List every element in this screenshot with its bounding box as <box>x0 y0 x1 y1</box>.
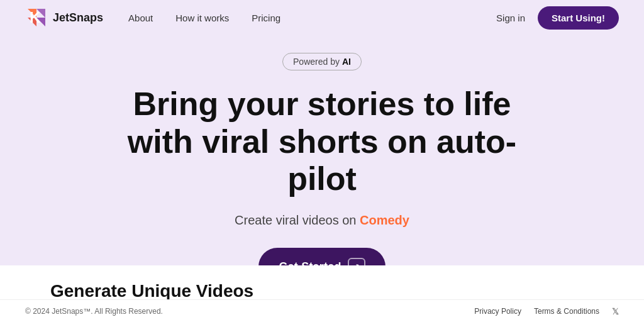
footer: © 2024 JetSnaps™. All Rights Reserved. P… <box>0 299 644 322</box>
hero-title-line2: with viral shorts on auto-pilot <box>128 123 516 197</box>
terms-link[interactable]: Terms & Conditions <box>534 307 599 316</box>
subtitle-highlight: Comedy <box>360 213 409 227</box>
logo[interactable]: K JetSnaps <box>25 6 103 29</box>
navbar: K JetSnaps About How it works Pricing Si… <box>0 0 644 35</box>
hero-title-line1: Bring your stories to life <box>133 86 511 122</box>
subtitle-prefix: Create viral videos on <box>235 213 360 227</box>
nav-links: About How it works Pricing <box>128 13 496 23</box>
nav-how-it-works[interactable]: How it works <box>175 13 229 23</box>
hero-title: Bring your stories to life with viral sh… <box>108 86 536 198</box>
powered-prefix-text: Powered by <box>293 57 340 67</box>
svg-text:K: K <box>30 9 41 26</box>
twitter-icon[interactable]: 𝕏 <box>612 306 619 316</box>
footer-links: Privacy Policy Terms & Conditions 𝕏 <box>474 306 619 316</box>
hero-subtitle: Create viral videos on Comedy <box>235 213 409 228</box>
start-using-button[interactable]: Start Using! <box>538 6 619 30</box>
powered-badge: Powered by AI <box>282 53 362 70</box>
privacy-policy-link[interactable]: Privacy Policy <box>474 307 521 316</box>
copyright-text: © 2024 JetSnaps™. All Rights Reserved. <box>25 307 163 316</box>
nav-pricing[interactable]: Pricing <box>252 13 280 23</box>
generate-title-line1: Generate Unique Videos <box>50 281 253 301</box>
nav-about[interactable]: About <box>128 13 153 23</box>
logo-icon: K <box>25 6 48 29</box>
nav-actions: Sign in Start Using! <box>496 6 619 30</box>
sign-in-button[interactable]: Sign in <box>496 13 525 23</box>
powered-ai-text: AI <box>342 57 351 67</box>
logo-text: JetSnaps <box>53 11 103 25</box>
